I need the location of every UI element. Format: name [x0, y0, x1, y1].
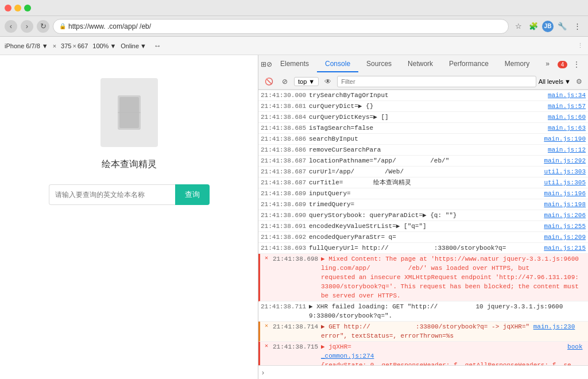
error-badge: 4 — [558, 61, 568, 68]
profile-icon[interactable]: JB — [542, 21, 554, 32]
log-row: 21:41:38.687 curUrl=/app/ /Web/ util.js:… — [258, 167, 588, 177]
console-log: 21:41:30.000 trySearchByTagOrInput main.… — [258, 90, 588, 365]
log-row: 21:41:38.687 locationPathname="/app/ /eb… — [258, 156, 588, 167]
webpage-panel: 绘本查询精灵 查询 — [0, 55, 258, 379]
back-button[interactable]: ‹ — [5, 20, 17, 33]
page-title: 绘本查询精灵 — [102, 158, 157, 171]
log-row-error-3: ✕ 21:41:38.715 ▶ jqXHR= book_common.js:2… — [258, 342, 588, 365]
settings-gear-icon[interactable]: ⚙ — [573, 76, 585, 87]
devtools-panel: ⊞ ⊘ Elements Console Sources Network Per… — [258, 55, 588, 379]
filter-input[interactable] — [337, 76, 536, 87]
console-prompt: › — [262, 369, 264, 377]
more-options-icon[interactable]: ⋮ — [577, 42, 583, 49]
log-row: 21:41:38.689 trimedQuery= main.js:198 — [258, 199, 588, 210]
zoom-chevron: ▼ — [110, 42, 116, 49]
devtools-more-icon[interactable]: ⋮ — [570, 57, 583, 71]
log-row-error-2: ✕ 21:41:38.714 ▶ GET http:// :33800/stor… — [258, 322, 588, 342]
tab-console[interactable]: Console — [317, 56, 358, 72]
log-row: 21:41:38.692 encodedQueryParaStr= q= mai… — [258, 232, 588, 243]
zoom-level: 100% — [92, 42, 109, 49]
network-status: Online — [121, 42, 139, 49]
log-row: 21:41:38.681 curQueryDict=▶ {} main.js:5… — [258, 101, 588, 112]
tab-performance[interactable]: Performance — [441, 56, 497, 72]
device-chevron: ▼ — [42, 42, 48, 49]
console-input[interactable] — [268, 369, 585, 376]
levels-chevron: ▼ — [564, 78, 571, 85]
tab-sources[interactable]: Sources — [358, 56, 400, 72]
log-row: 21:41:38.691 encodedKeyValueStrList=▶ ["… — [258, 221, 588, 232]
main-content: 绘本查询精灵 查询 ⊞ ⊘ Elements Console Sources N… — [0, 55, 588, 379]
context-value: top — [298, 78, 307, 85]
device-toolbar: iPhone 6/7/8 ▼ × 375 × 667 100% ▼ Online… — [0, 37, 588, 55]
log-row: 21:41:38.686 removeCurSearchPara main.js… — [258, 145, 588, 156]
devtools-pointer-icon[interactable]: ⊘ — [266, 57, 272, 71]
browser-toolbar: ‹ › ↻ 🔒 https://www. .com/app/ /eb/ ☆ 🧩 … — [0, 16, 588, 37]
devtools-header-actions: 4 ⋮ ✕ — [558, 57, 588, 71]
bookmark-icon[interactable]: ☆ — [512, 20, 525, 33]
maximize-button[interactable] — [24, 5, 31, 11]
levels-select[interactable]: All levels ▼ — [539, 78, 571, 85]
log-row: 21:41:38.711 ▶ XHR failed loading: GET "… — [258, 301, 588, 322]
network-select[interactable]: Online ▼ — [121, 42, 146, 49]
devtools-tabs: ⊞ ⊘ Elements Console Sources Network Per… — [258, 55, 588, 74]
device-dimensions: 375 × 667 — [61, 42, 88, 49]
toolbar-icons: ☆ 🧩 JB 🔧 ⋮ — [512, 20, 583, 33]
device-select[interactable]: iPhone 6/7/8 ▼ — [5, 42, 48, 49]
rotate-icon[interactable]: ↔ — [151, 40, 164, 52]
search-button[interactable]: 查询 — [175, 184, 210, 205]
tab-more[interactable]: » — [537, 56, 558, 72]
device-name: iPhone 6/7/8 — [5, 42, 40, 49]
log-row-error-1: ✕ 21:41:38.698 ▶ Mixed Content: The page… — [258, 254, 588, 301]
clear-console-icon[interactable]: 🚫 — [262, 75, 276, 88]
log-row: 21:41:38.684 curQueryDictKeys=▶ [] main.… — [258, 112, 588, 123]
lock-icon: 🔒 — [59, 23, 66, 29]
error-icon: ✕ — [262, 254, 270, 262]
minimize-button[interactable] — [14, 5, 21, 11]
reload-button[interactable]: ↻ — [37, 20, 49, 33]
devtools-subtoolbar: 🚫 ⊘ top ▼ 👁 All levels ▼ ⚙ — [258, 74, 588, 90]
log-row: 21:41:38.685 isTagSearch=false main.js:6… — [258, 123, 588, 134]
log-row: 21:41:38.686 searchByInput main.js:190 — [258, 134, 588, 145]
devtools-toggle-icon[interactable]: ⊞ — [261, 57, 266, 71]
browser-titlebar — [0, 0, 588, 16]
context-chevron: ▼ — [308, 78, 315, 85]
extension-icon[interactable]: 🧩 — [527, 20, 540, 33]
log-row: 21:41:38.687 curTitle= 绘本查询精灵 util.js:30… — [258, 177, 588, 188]
eye-icon[interactable]: 👁 — [321, 75, 335, 88]
dim-sep: × — [53, 42, 56, 49]
network-chevron: ▼ — [140, 42, 146, 49]
book-avatar — [100, 78, 158, 147]
zoom-select[interactable]: 100% ▼ — [92, 42, 116, 49]
console-input-row: › — [258, 365, 588, 379]
error-icon-3: ✕ — [262, 342, 270, 350]
tab-network[interactable]: Network — [400, 56, 441, 72]
book-icon — [115, 92, 144, 133]
address-text: https://www. .com/app/ /eb/ — [68, 22, 151, 30]
close-button[interactable] — [5, 5, 11, 11]
device-height: 667 — [78, 42, 88, 49]
extensions-icon[interactable]: 🔧 — [556, 20, 568, 33]
filter-toggle-icon[interactable]: ⊘ — [278, 75, 292, 88]
devtools-settings-icon[interactable]: ✕ — [586, 57, 588, 71]
search-form: 查询 — [49, 184, 210, 205]
log-row: 21:41:30.000 trySearchByTagOrInput main.… — [258, 90, 588, 101]
traffic-lights — [5, 5, 31, 11]
tab-memory[interactable]: Memory — [497, 56, 537, 72]
tab-elements[interactable]: Elements — [272, 56, 317, 72]
error-icon-2: ✕ — [262, 322, 270, 330]
log-row: 21:41:38.690 queryStorybook: queryParaDi… — [258, 210, 588, 221]
menu-icon[interactable]: ⋮ — [571, 20, 583, 33]
context-select[interactable]: top ▼ — [294, 77, 319, 86]
search-input[interactable] — [49, 184, 175, 205]
log-row: 21:41:38.693 fullQueryUrl= http:// :3380… — [258, 243, 588, 254]
devtools-header: ⊞ ⊘ Elements Console Sources Network Per… — [258, 55, 588, 90]
log-row: 21:41:38.689 inputQuery= main.js:196 — [258, 188, 588, 199]
levels-value: All levels — [539, 78, 563, 85]
address-bar[interactable]: 🔒 https://www. .com/app/ /eb/ — [53, 19, 509, 34]
forward-button[interactable]: › — [21, 20, 33, 33]
device-width: 375 — [61, 42, 71, 49]
